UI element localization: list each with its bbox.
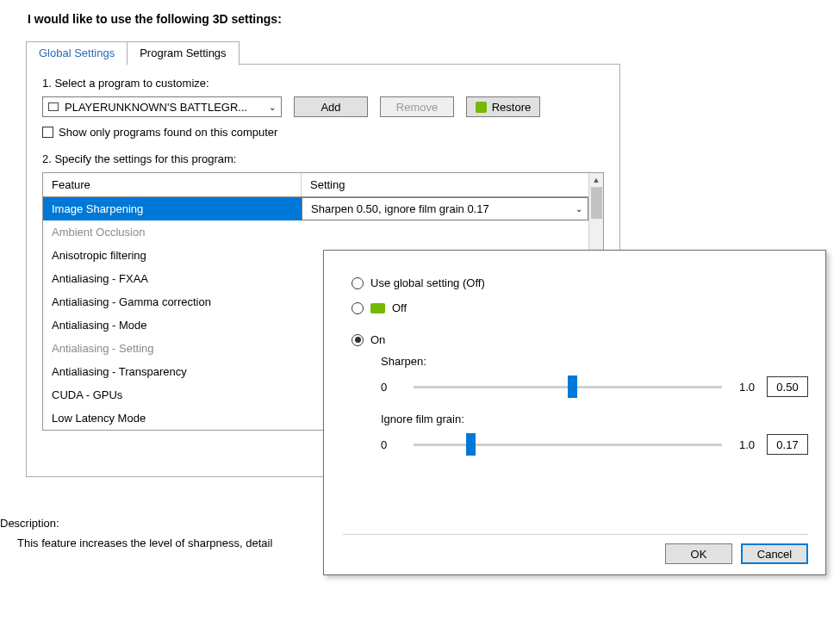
slider-min: 0 bbox=[381, 381, 401, 394]
nvidia-icon bbox=[370, 303, 385, 313]
program-selector-row: PLAYERUNKNOWN'S BATTLEGR... ⌄ Add Remove… bbox=[42, 96, 604, 117]
restore-button-label: Restore bbox=[492, 101, 532, 114]
radio-label: On bbox=[370, 333, 385, 346]
grain-value-box[interactable]: 0.17 bbox=[767, 434, 808, 455]
ok-button[interactable]: OK bbox=[665, 543, 732, 564]
sharpening-settings-popup: Use global setting (Off) Off On Sharpen:… bbox=[323, 250, 826, 575]
chevron-down-icon: ⌄ bbox=[576, 204, 582, 214]
grain-slider[interactable] bbox=[414, 437, 722, 452]
description-text: This feature increases the level of shar… bbox=[17, 537, 272, 549]
setting-column-header[interactable]: Setting bbox=[302, 173, 588, 196]
slider-thumb[interactable] bbox=[466, 433, 476, 456]
program-select[interactable]: PLAYERUNKNOWN'S BATTLEGR... ⌄ bbox=[42, 96, 282, 117]
feature-cell: Anisotropic filtering bbox=[43, 249, 302, 262]
feature-cell: Antialiasing - Mode bbox=[43, 319, 302, 332]
chevron-down-icon: ⌄ bbox=[267, 102, 277, 112]
feature-cell: Image Sharpening bbox=[43, 202, 302, 215]
setting-cell bbox=[302, 220, 588, 244]
table-row[interactable]: Ambient Occlusion bbox=[43, 220, 588, 244]
slider-thumb[interactable] bbox=[568, 375, 577, 398]
description-label: Description: bbox=[0, 517, 59, 530]
feature-cell: Antialiasing - FXAA bbox=[43, 272, 302, 285]
cancel-button[interactable]: Cancel bbox=[741, 543, 808, 564]
radio-use-global[interactable]: Use global setting (Off) bbox=[352, 276, 808, 289]
show-only-label: Show only programs found on this compute… bbox=[59, 126, 277, 139]
feature-cell: Low Latency Mode bbox=[43, 412, 302, 425]
feature-cell: Antialiasing - Transparency bbox=[43, 365, 302, 378]
radio-label: Off bbox=[392, 301, 407, 314]
nvidia-icon bbox=[476, 102, 487, 113]
slider-max: 1.0 bbox=[734, 438, 755, 451]
checkbox-unchecked-icon[interactable] bbox=[42, 127, 53, 138]
step1-label: 1. Select a program to customize: bbox=[42, 77, 604, 90]
radio-off[interactable]: Off bbox=[352, 301, 808, 314]
sharpen-slider[interactable] bbox=[414, 379, 722, 394]
feature-cell: Ambient Occlusion bbox=[43, 226, 302, 239]
step2-label: 2. Specify the settings for this program… bbox=[42, 152, 604, 165]
grain-label: Ignore film grain: bbox=[381, 413, 808, 425]
application-icon bbox=[48, 102, 59, 111]
sharpen-label: Sharpen: bbox=[381, 355, 808, 368]
feature-cell: CUDA - GPUs bbox=[43, 388, 302, 401]
scroll-up-icon[interactable]: ▲ bbox=[589, 173, 603, 188]
radio-unchecked-icon[interactable] bbox=[352, 302, 364, 314]
sharpen-slider-block: Sharpen: 0 1.0 0.50 bbox=[381, 355, 808, 397]
feature-cell: Antialiasing - Gamma correction bbox=[43, 295, 302, 308]
feature-column-header[interactable]: Feature bbox=[43, 173, 302, 196]
slider-max: 1.0 bbox=[734, 381, 755, 394]
tab-global-settings[interactable]: Global Settings bbox=[26, 41, 127, 65]
remove-button: Remove bbox=[380, 96, 454, 117]
feature-cell: Antialiasing - Setting bbox=[43, 342, 302, 355]
setting-value: Sharpen 0.50, ignore film grain 0.17 bbox=[311, 202, 489, 215]
page-title: I would like to use the following 3D set… bbox=[0, 0, 840, 26]
radio-checked-icon[interactable] bbox=[352, 334, 364, 346]
sharpen-value-box[interactable]: 0.50 bbox=[767, 376, 808, 397]
slider-min: 0 bbox=[381, 438, 401, 451]
show-only-row[interactable]: Show only programs found on this compute… bbox=[42, 126, 604, 139]
popup-button-row: OK Cancel bbox=[343, 534, 808, 564]
radio-unchecked-icon[interactable] bbox=[352, 277, 364, 289]
tab-row: Global Settings Program Settings bbox=[26, 41, 620, 65]
tab-program-settings[interactable]: Program Settings bbox=[127, 41, 239, 65]
setting-cell-dropdown[interactable]: Sharpen 0.50, ignore film grain 0.17 ⌄ bbox=[302, 197, 588, 220]
table-row[interactable]: Image Sharpening Sharpen 0.50, ignore fi… bbox=[43, 197, 588, 220]
grid-header: Feature Setting bbox=[43, 173, 588, 197]
restore-button[interactable]: Restore bbox=[466, 96, 540, 117]
program-select-text: PLAYERUNKNOWN'S BATTLEGR... bbox=[65, 101, 267, 114]
radio-on[interactable]: On bbox=[352, 333, 808, 346]
grain-slider-block: Ignore film grain: 0 1.0 0.17 bbox=[381, 413, 808, 455]
add-button[interactable]: Add bbox=[294, 96, 368, 117]
radio-label: Use global setting (Off) bbox=[370, 276, 485, 289]
scroll-thumb[interactable] bbox=[591, 188, 602, 219]
